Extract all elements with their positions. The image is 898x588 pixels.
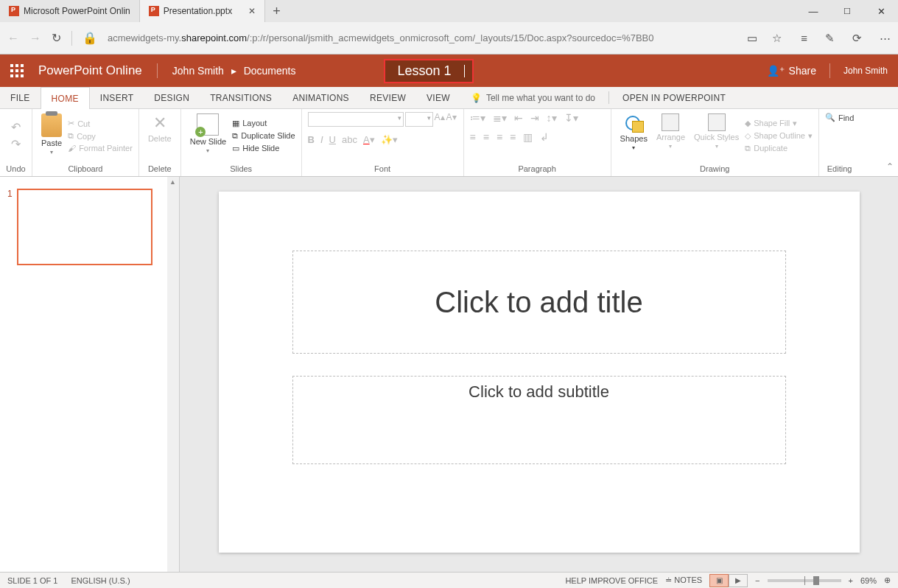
- text-direction-button[interactable]: ↧▾: [564, 112, 578, 124]
- align-center-button[interactable]: ≡: [483, 131, 489, 143]
- back-button[interactable]: ←: [7, 32, 19, 45]
- outline-icon: ◇: [745, 131, 751, 141]
- slideshow-view-button[interactable]: ▶: [729, 574, 748, 587]
- shrink-font-button[interactable]: A▾: [446, 112, 457, 127]
- quick-styles-button[interactable]: Quick Styles▾: [691, 112, 742, 151]
- maximize-button[interactable]: ☐: [830, 0, 864, 22]
- shape-fill-button[interactable]: ◆Shape Fill ▾: [745, 119, 813, 128]
- underline-button[interactable]: U: [329, 134, 336, 145]
- tab-review[interactable]: REVIEW: [359, 87, 416, 108]
- duplicate-slide-button[interactable]: ⧉Duplicate Slide: [232, 131, 295, 141]
- line-spacing-button[interactable]: ↕▾: [547, 112, 557, 124]
- slide-canvas[interactable]: Click to add title Click to add subtitle: [219, 192, 860, 553]
- notes-button[interactable]: ≐ NOTES: [665, 575, 702, 585]
- justify-button[interactable]: ≡: [510, 131, 516, 143]
- normal-view-button[interactable]: ▣: [709, 574, 729, 587]
- app-launcher-icon[interactable]: [10, 64, 24, 77]
- fit-button[interactable]: ⊕: [884, 575, 891, 585]
- arrange-button[interactable]: Arrange▾: [653, 112, 688, 151]
- forward-button[interactable]: →: [29, 32, 41, 45]
- breadcrumb-folder[interactable]: Documents: [244, 65, 296, 77]
- bullets-button[interactable]: ≔▾: [470, 112, 485, 124]
- open-in-powerpoint[interactable]: OPEN IN POWERPOINT: [612, 87, 736, 108]
- scroll-up-icon[interactable]: ▲: [169, 178, 176, 186]
- highlight-button[interactable]: ✨▾: [381, 134, 398, 145]
- align-right-button[interactable]: ≡: [497, 131, 502, 143]
- url-field[interactable]: acmewidgets-my.sharepoint.com/:p:/r/pers…: [108, 32, 732, 43]
- rtl-button[interactable]: ↲: [540, 131, 549, 143]
- slide-thumbnail[interactable]: [17, 189, 152, 265]
- account-name[interactable]: John Smith: [843, 66, 888, 76]
- lock-icon: 🔒: [83, 31, 97, 45]
- tab-view[interactable]: VIEW: [416, 87, 460, 108]
- browser-tab-active[interactable]: Presentation.pptx ✕: [140, 0, 265, 22]
- search-icon: 🔍: [825, 113, 835, 122]
- reading-view-icon[interactable]: ▭: [747, 32, 757, 45]
- scrollbar[interactable]: ▲: [167, 177, 179, 572]
- tab-animations[interactable]: ANIMATIONS: [282, 87, 359, 108]
- numbering-button[interactable]: ≣▾: [493, 112, 507, 124]
- align-left-button[interactable]: ≡: [470, 131, 476, 143]
- title-placeholder[interactable]: Click to add title: [292, 251, 786, 354]
- columns-button[interactable]: ▥: [523, 131, 533, 143]
- paste-button[interactable]: Paste ▾: [38, 112, 65, 157]
- browser-tabs: Microsoft PowerPoint Onlin Presentation.…: [0, 0, 898, 22]
- font-size-select[interactable]: [405, 112, 433, 127]
- undo-button[interactable]: ↶: [11, 120, 21, 134]
- hub-icon[interactable]: ≡: [801, 32, 807, 45]
- redo-button[interactable]: ↷: [11, 137, 21, 151]
- scissors-icon: ✂: [68, 119, 74, 128]
- indent-button[interactable]: ⇥: [530, 112, 539, 124]
- outdent-button[interactable]: ⇤: [514, 112, 523, 124]
- close-icon[interactable]: ✕: [248, 6, 256, 16]
- grow-font-button[interactable]: A▴: [435, 112, 445, 127]
- bold-button[interactable]: B: [308, 134, 315, 145]
- copy-button[interactable]: ⧉Copy: [68, 131, 133, 141]
- filename-input[interactable]: Lesson 1: [384, 59, 473, 83]
- share-button[interactable]: 👤⁺ Share: [767, 65, 816, 77]
- format-painter-button[interactable]: 🖌Format Painter: [68, 144, 133, 153]
- zoom-out-button[interactable]: −: [755, 576, 760, 585]
- cut-button[interactable]: ✂Cut: [68, 119, 133, 128]
- favorites-icon[interactable]: ☆: [772, 32, 782, 45]
- view-buttons: ▣ ▶: [709, 574, 748, 587]
- find-button[interactable]: 🔍Find: [825, 112, 854, 123]
- tell-me-input[interactable]: 💡 Tell me what you want to do: [460, 87, 606, 108]
- font-family-select[interactable]: [308, 112, 404, 127]
- browser-tab[interactable]: Microsoft PowerPoint Onlin: [0, 0, 140, 22]
- delete-button[interactable]: ✕ Delete: [145, 112, 175, 144]
- notes-icon[interactable]: ✎: [825, 32, 835, 45]
- slide-count[interactable]: SLIDE 1 OF 1: [7, 576, 57, 585]
- collapse-ribbon-icon[interactable]: ⌃: [886, 161, 894, 172]
- tab-file[interactable]: FILE: [0, 87, 41, 108]
- layout-button[interactable]: ▦Layout: [232, 119, 295, 128]
- minimize-button[interactable]: —: [796, 0, 830, 22]
- new-slide-button[interactable]: New Slide ▾: [187, 112, 230, 155]
- font-color-button[interactable]: A▾: [363, 134, 375, 145]
- zoom-in-button[interactable]: +: [849, 576, 853, 585]
- breadcrumb-user[interactable]: John Smith: [172, 65, 224, 77]
- italic-button[interactable]: I: [320, 134, 323, 145]
- strike-button[interactable]: abc: [342, 134, 357, 145]
- tab-transitions[interactable]: TRANSITIONS: [200, 87, 282, 108]
- help-improve-link[interactable]: HELP IMPROVE OFFICE: [565, 576, 658, 585]
- refresh-button[interactable]: ↻: [52, 31, 61, 45]
- new-tab-button[interactable]: +: [265, 4, 288, 19]
- zoom-thumb[interactable]: [813, 576, 819, 585]
- tab-home[interactable]: HOME: [41, 87, 90, 109]
- subtitle-placeholder[interactable]: Click to add subtitle: [292, 376, 786, 464]
- shapes-button[interactable]: Shapes▾: [617, 112, 650, 153]
- more-icon[interactable]: ⋯: [880, 32, 891, 45]
- tab-insert[interactable]: INSERT: [90, 87, 144, 108]
- zoom-slider[interactable]: [768, 579, 841, 582]
- tab-design[interactable]: DESIGN: [144, 87, 200, 108]
- language[interactable]: ENGLISH (U.S.): [71, 576, 130, 585]
- layout-label: Layout: [242, 119, 267, 127]
- hide-slide-button[interactable]: ▭Hide Slide: [232, 144, 295, 153]
- share-browser-icon[interactable]: ⟳: [852, 32, 862, 45]
- close-window-button[interactable]: ✕: [864, 0, 898, 22]
- zoom-level[interactable]: 69%: [860, 576, 877, 585]
- slide-thumb-item[interactable]: 1: [0, 177, 179, 277]
- shape-outline-button[interactable]: ◇Shape Outline ▾: [745, 131, 813, 141]
- duplicate-shape-button[interactable]: ⧉Duplicate: [745, 144, 813, 153]
